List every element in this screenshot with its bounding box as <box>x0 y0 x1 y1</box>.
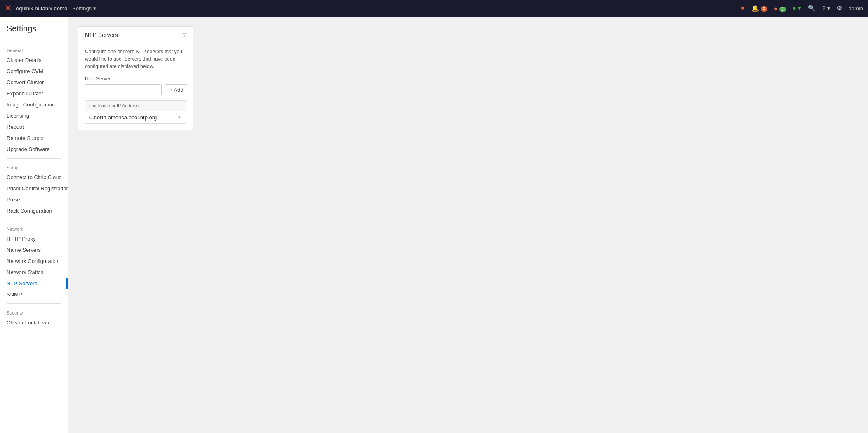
settings-label: Settings <box>72 5 92 12</box>
sidebar-item-snmp[interactable]: SNMP <box>0 289 68 300</box>
app-body: Settings General Cluster Details Configu… <box>0 17 868 433</box>
sidebar-divider-setup <box>7 158 61 159</box>
sidebar-divider-network <box>7 220 61 220</box>
ntp-panel-header: NTP Servers ? <box>78 27 193 42</box>
sidebar-item-connect-citrix[interactable]: Connect to Citrix Cloud <box>0 172 68 183</box>
circle-dropdown: ▾ <box>798 5 801 12</box>
sidebar-item-prism-central[interactable]: Prism Central Registration <box>0 183 68 194</box>
ntp-list-header: Hostname or IP Address <box>85 101 186 111</box>
sidebar-item-licensing[interactable]: Licensing <box>0 110 68 121</box>
sidebar-item-network-configuration[interactable]: Network Configuration <box>0 256 68 267</box>
status-circle-green[interactable]: ● ▾ <box>793 5 801 12</box>
bell-badge: 3 <box>761 6 767 12</box>
sidebar-section-general: General <box>0 45 68 54</box>
app-logo[interactable]: ✕ <box>5 4 11 13</box>
heart-icon[interactable]: ♥ <box>741 5 745 12</box>
sidebar-item-remote-support[interactable]: Remote Support <box>0 133 68 144</box>
help-icon[interactable]: ? ▾ <box>822 5 830 12</box>
sidebar-item-name-servers[interactable]: Name Servers <box>0 244 68 256</box>
ntp-input-row: + Add <box>85 84 186 95</box>
circle-badge: 3 <box>779 7 786 12</box>
sidebar-item-reboot[interactable]: Reboot <box>0 121 68 133</box>
bell-icon[interactable]: 🔔 3 <box>751 5 767 12</box>
topnav-right: ♥ 🔔 3 ● 3 ● ▾ 🔍 ? ▾ ⚙ admin <box>741 5 863 12</box>
sidebar-item-expand-cluster[interactable]: Expand Cluster <box>0 88 68 99</box>
sidebar-item-convert-cluster[interactable]: Convert Cluster <box>0 77 68 88</box>
help-question-icon[interactable]: ? <box>183 32 186 38</box>
ntp-server-value: 0.north-america.pool.ntp.org <box>89 114 157 121</box>
ntp-server-label: NTP Server <box>85 76 186 82</box>
top-navigation: ✕ equinix-nutanix-demo Settings ▾ ♥ 🔔 3 … <box>0 0 868 17</box>
search-icon[interactable]: 🔍 <box>808 5 816 12</box>
sidebar-divider-general <box>7 41 61 41</box>
sidebar: Settings General Cluster Details Configu… <box>0 17 68 433</box>
sidebar-section-setup: Setup <box>0 162 68 172</box>
sidebar-section-network: Network <box>0 223 68 233</box>
settings-nav[interactable]: Settings ▾ <box>72 5 96 12</box>
sidebar-item-cluster-lockdown[interactable]: Cluster Lockdown <box>0 317 68 328</box>
ntp-server-input[interactable] <box>85 84 162 95</box>
sidebar-item-rack-configuration[interactable]: Rack Configuration <box>0 205 68 216</box>
sidebar-item-upgrade-software[interactable]: Upgrade Software <box>0 144 68 155</box>
sidebar-item-cluster-details[interactable]: Cluster Details <box>0 54 68 66</box>
sidebar-item-ntp-servers[interactable]: NTP Servers <box>0 278 68 289</box>
sidebar-item-http-proxy[interactable]: HTTP Proxy <box>0 233 68 244</box>
gear-icon[interactable]: ⚙ <box>837 5 842 12</box>
user-menu[interactable]: admin <box>849 5 863 12</box>
page-title: Settings <box>0 17 68 38</box>
sidebar-divider-security <box>7 303 61 304</box>
ntp-panel-body: Configure one or more NTP servers that y… <box>78 42 193 130</box>
ntp-panel: NTP Servers ? Configure one or more NTP … <box>78 26 193 130</box>
status-circle-orange[interactable]: ● 3 <box>774 5 786 12</box>
ntp-description: Configure one or more NTP servers that y… <box>85 48 186 70</box>
ntp-list-item: 0.north-america.pool.ntp.org × <box>85 111 186 123</box>
sidebar-item-pulse[interactable]: Pulse <box>0 194 68 205</box>
ntp-remove-button[interactable]: × <box>177 114 182 121</box>
ntp-server-list: Hostname or IP Address 0.north-america.p… <box>85 100 186 124</box>
main-content: NTP Servers ? Configure one or more NTP … <box>68 17 868 433</box>
sidebar-item-image-configuration[interactable]: Image Configuration <box>0 99 68 110</box>
sidebar-item-configure-cvm[interactable]: Configure CVM <box>0 66 68 77</box>
sidebar-item-network-switch[interactable]: Network Switch <box>0 267 68 278</box>
app-name: equinix-nutanix-demo <box>16 5 67 12</box>
ntp-panel-title: NTP Servers <box>85 32 118 38</box>
ntp-add-button[interactable]: + Add <box>165 84 188 95</box>
chevron-down-icon: ▾ <box>93 5 96 12</box>
sidebar-section-security: Security <box>0 307 68 317</box>
